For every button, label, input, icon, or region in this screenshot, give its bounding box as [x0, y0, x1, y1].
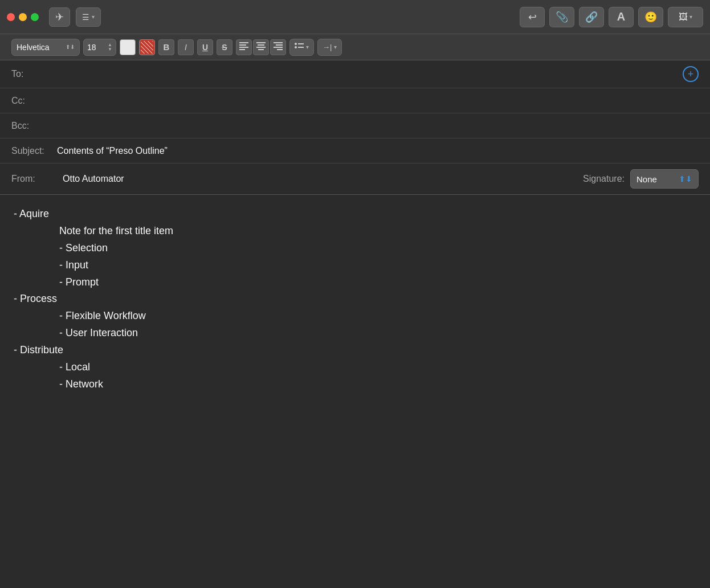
body-line: - Flexible Workflow	[14, 308, 696, 324]
body-line: - Local	[14, 360, 696, 375]
cc-label: Cc:	[11, 96, 57, 106]
email-fields: To: + Cc: Bcc: Subject: Contents of “Pre…	[0, 60, 710, 195]
cc-row: Cc:	[0, 88, 710, 113]
close-button[interactable]	[7, 13, 15, 21]
list-icon: ☰	[82, 13, 89, 22]
svg-rect-1	[239, 44, 246, 46]
svg-rect-6	[256, 47, 266, 48]
from-value: Otto Automator	[63, 174, 572, 184]
emoji-button[interactable]: 🙂	[638, 7, 663, 27]
subject-input[interactable]: Contents of “Preso Outline”	[57, 146, 699, 156]
svg-rect-8	[274, 42, 283, 43]
bcc-label: Bcc:	[11, 121, 57, 131]
body-line: - Aquire	[14, 206, 696, 222]
emoji-icon: 🙂	[644, 11, 657, 23]
bold-button[interactable]: B	[158, 39, 174, 55]
chevron-down-icon: ▾	[92, 14, 95, 20]
align-center-icon	[256, 42, 266, 52]
signature-label: Signature:	[583, 174, 625, 184]
photo-icon: 🖼	[679, 12, 688, 22]
svg-rect-13	[298, 43, 304, 44]
photo-chevron-icon: ▾	[689, 14, 692, 20]
font-size-value: 18	[87, 43, 96, 52]
svg-point-14	[295, 46, 297, 48]
maximize-button[interactable]	[31, 13, 39, 21]
align-right-button[interactable]	[270, 39, 286, 55]
bcc-row: Bcc:	[0, 113, 710, 138]
svg-rect-5	[258, 44, 264, 46]
svg-rect-9	[276, 44, 283, 46]
italic-icon: I	[185, 43, 187, 52]
align-center-button[interactable]	[253, 39, 269, 55]
font-chevron-icon: ⬆⬇	[66, 44, 75, 50]
reply-icon: ↩	[528, 11, 537, 23]
list-style-button[interactable]: ▾	[289, 39, 314, 56]
bold-icon: B	[164, 42, 170, 52]
from-row: From: Otto Automator Signature: None ⬆⬇	[0, 164, 710, 194]
body-line: - Network	[14, 377, 696, 393]
body-line: - Prompt	[14, 275, 696, 291]
font-selector[interactable]: Helvetica ⬆⬇	[11, 39, 80, 56]
svg-point-12	[295, 43, 297, 45]
svg-rect-3	[239, 49, 245, 50]
italic-button[interactable]: I	[178, 39, 194, 55]
svg-rect-2	[239, 47, 248, 48]
align-group	[236, 39, 286, 55]
from-right: Signature: None ⬆⬇	[583, 169, 699, 189]
toolbar-right: ↩ 📎 🔗 A 🙂 🖼 ▾	[520, 7, 703, 27]
body-line: - Selection	[14, 240, 696, 256]
subject-row: Subject: Contents of “Preso Outline”	[0, 138, 710, 164]
highlight-color-button[interactable]	[139, 39, 155, 55]
font-icon: A	[617, 10, 625, 23]
body-line: - Process	[14, 291, 696, 307]
body-line: - User Interaction	[14, 325, 696, 341]
format-bar: Helvetica ⬆⬇ 18 ▲ ▼ B I U S	[0, 34, 710, 60]
body-line: Note for the first title item	[14, 223, 696, 239]
underline-icon: U	[202, 43, 208, 52]
attach2-button[interactable]: 🔗	[579, 7, 604, 27]
list-view-button[interactable]: ☰ ▾	[76, 7, 101, 27]
svg-rect-4	[256, 42, 266, 43]
svg-rect-0	[239, 42, 248, 43]
signature-chevron-icon: ⬆⬇	[679, 174, 692, 183]
attach-button[interactable]: 📎	[549, 7, 574, 27]
plus-icon: +	[688, 68, 694, 80]
svg-rect-7	[258, 49, 264, 50]
to-row: To: +	[0, 60, 710, 88]
indent-button[interactable]: →| ▾	[317, 39, 342, 56]
minimize-button[interactable]	[19, 13, 27, 21]
font-name: Helvetica	[17, 43, 50, 52]
indent-chevron-icon: ▾	[334, 44, 337, 50]
strikethrough-button[interactable]: S	[217, 39, 232, 55]
send-button[interactable]: ✈	[49, 7, 70, 27]
list-style-chevron-icon: ▾	[306, 44, 309, 50]
underline-button[interactable]: U	[197, 39, 213, 55]
signature-selector[interactable]: None ⬆⬇	[630, 169, 699, 189]
title-bar: ✈ ☰ ▾ ↩ 📎 🔗 A 🙂 🖼 ▾	[0, 0, 710, 34]
subject-label: Subject:	[11, 146, 57, 156]
to-label: To:	[11, 69, 57, 79]
list-style-icon	[295, 42, 304, 52]
indent-icon: →|	[323, 43, 332, 51]
signature-value: None	[636, 174, 657, 184]
photo-button[interactable]: 🖼 ▾	[668, 7, 703, 27]
body-line: - Input	[14, 258, 696, 273]
body-line: - Distribute	[14, 342, 696, 358]
align-left-button[interactable]	[236, 39, 252, 55]
email-body[interactable]: - AquireNote for the first title item- S…	[0, 195, 710, 405]
stepper-icon: ▲ ▼	[108, 43, 112, 52]
svg-rect-10	[274, 47, 283, 48]
from-left: From: Otto Automator	[11, 174, 572, 184]
font-size-selector[interactable]: 18 ▲ ▼	[83, 39, 116, 56]
svg-rect-11	[277, 49, 283, 50]
align-right-icon	[274, 42, 283, 52]
text-color-button[interactable]	[120, 39, 136, 55]
traffic-lights	[7, 13, 39, 21]
strikethrough-icon: S	[222, 43, 227, 52]
align-left-icon	[239, 42, 248, 52]
font-button[interactable]: A	[609, 7, 634, 27]
svg-rect-15	[298, 47, 304, 48]
reply-button[interactable]: ↩	[520, 7, 545, 27]
paperclip-icon: 📎	[556, 11, 568, 23]
add-recipient-button[interactable]: +	[683, 66, 699, 82]
